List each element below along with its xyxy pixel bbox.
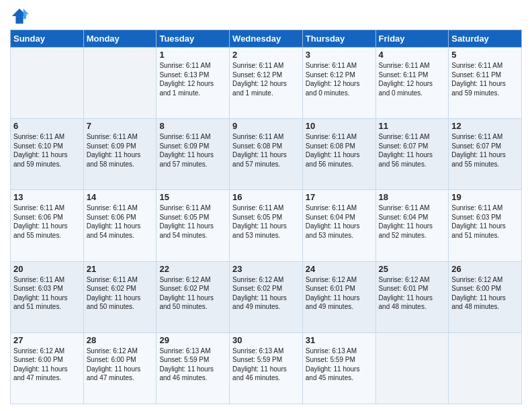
day-number: 6 <box>13 121 81 131</box>
cell-sunrise-info: Sunrise: 6:11 AM Sunset: 6:09 PM Dayligh… <box>159 132 226 169</box>
weekday-monday: Monday <box>83 30 157 48</box>
day-number: 22 <box>159 264 226 274</box>
header <box>10 7 522 26</box>
day-number: 19 <box>451 192 519 202</box>
day-number: 24 <box>306 264 373 274</box>
cell-sunrise-info: Sunrise: 6:11 AM Sunset: 6:10 PM Dayligh… <box>13 132 81 169</box>
cell-sunrise-info: Sunrise: 6:11 AM Sunset: 6:08 PM Dayligh… <box>232 132 300 169</box>
calendar-cell: 19Sunrise: 6:11 AM Sunset: 6:03 PM Dayli… <box>449 190 522 261</box>
cell-sunrise-info: Sunrise: 6:11 AM Sunset: 6:06 PM Dayligh… <box>87 203 154 240</box>
cell-sunrise-info: Sunrise: 6:11 AM Sunset: 6:02 PM Dayligh… <box>87 275 154 312</box>
weekday-sunday: Sunday <box>11 30 84 48</box>
cell-sunrise-info: Sunrise: 6:13 AM Sunset: 5:59 PM Dayligh… <box>232 347 300 383</box>
cell-sunrise-info: Sunrise: 6:11 AM Sunset: 6:03 PM Dayligh… <box>13 275 81 312</box>
day-number: 11 <box>379 121 446 131</box>
calendar-cell: 6Sunrise: 6:11 AM Sunset: 6:10 PM Daylig… <box>11 119 84 190</box>
week-row-0: 1Sunrise: 6:11 AM Sunset: 6:13 PM Daylig… <box>11 48 522 119</box>
calendar-cell: 1Sunrise: 6:11 AM Sunset: 6:13 PM Daylig… <box>157 48 230 119</box>
day-number: 31 <box>306 335 373 345</box>
day-number: 16 <box>232 192 300 202</box>
day-number: 20 <box>13 264 81 274</box>
cell-sunrise-info: Sunrise: 6:12 AM Sunset: 6:02 PM Dayligh… <box>232 275 300 312</box>
day-number: 8 <box>159 121 226 131</box>
calendar-cell: 15Sunrise: 6:11 AM Sunset: 6:05 PM Dayli… <box>157 190 230 261</box>
day-number: 13 <box>13 192 81 202</box>
cell-sunrise-info: Sunrise: 6:11 AM Sunset: 6:08 PM Dayligh… <box>306 132 373 169</box>
cell-sunrise-info: Sunrise: 6:11 AM Sunset: 6:13 PM Dayligh… <box>159 61 226 97</box>
cell-sunrise-info: Sunrise: 6:13 AM Sunset: 5:59 PM Dayligh… <box>306 347 373 383</box>
day-number: 15 <box>159 192 226 202</box>
weekday-header-row: SundayMondayTuesdayWednesdayThursdayFrid… <box>11 30 522 48</box>
calendar-cell: 12Sunrise: 6:11 AM Sunset: 6:07 PM Dayli… <box>449 119 522 190</box>
calendar-cell: 11Sunrise: 6:11 AM Sunset: 6:07 PM Dayli… <box>375 119 449 190</box>
cell-sunrise-info: Sunrise: 6:12 AM Sunset: 6:02 PM Dayligh… <box>159 275 226 312</box>
day-number: 30 <box>232 335 300 345</box>
logo <box>10 7 32 26</box>
day-number: 7 <box>87 121 154 131</box>
calendar-cell: 8Sunrise: 6:11 AM Sunset: 6:09 PM Daylig… <box>157 119 230 190</box>
day-number: 18 <box>379 192 446 202</box>
cell-sunrise-info: Sunrise: 6:13 AM Sunset: 5:59 PM Dayligh… <box>159 347 226 383</box>
cell-sunrise-info: Sunrise: 6:11 AM Sunset: 6:04 PM Dayligh… <box>379 203 446 240</box>
weekday-wednesday: Wednesday <box>230 30 303 48</box>
calendar-cell: 5Sunrise: 6:11 AM Sunset: 6:11 PM Daylig… <box>449 48 522 119</box>
cell-sunrise-info: Sunrise: 6:12 AM Sunset: 6:01 PM Dayligh… <box>379 275 446 312</box>
day-number: 28 <box>87 335 154 345</box>
cell-sunrise-info: Sunrise: 6:11 AM Sunset: 6:05 PM Dayligh… <box>159 203 226 240</box>
week-row-1: 6Sunrise: 6:11 AM Sunset: 6:10 PM Daylig… <box>11 119 522 190</box>
cell-sunrise-info: Sunrise: 6:11 AM Sunset: 6:11 PM Dayligh… <box>379 61 446 97</box>
day-number: 4 <box>379 50 446 60</box>
calendar-cell: 4Sunrise: 6:11 AM Sunset: 6:11 PM Daylig… <box>375 48 449 119</box>
cell-sunrise-info: Sunrise: 6:11 AM Sunset: 6:09 PM Dayligh… <box>87 132 154 169</box>
calendar-cell: 10Sunrise: 6:11 AM Sunset: 6:08 PM Dayli… <box>302 119 375 190</box>
day-number: 26 <box>451 264 519 274</box>
calendar-cell: 2Sunrise: 6:11 AM Sunset: 6:12 PM Daylig… <box>230 48 303 119</box>
calendar-cell: 30Sunrise: 6:13 AM Sunset: 5:59 PM Dayli… <box>230 332 303 404</box>
calendar-cell <box>375 332 449 404</box>
day-number: 25 <box>379 264 446 274</box>
calendar-cell: 18Sunrise: 6:11 AM Sunset: 6:04 PM Dayli… <box>375 190 449 261</box>
calendar-cell <box>11 48 84 119</box>
calendar-cell: 3Sunrise: 6:11 AM Sunset: 6:12 PM Daylig… <box>302 48 375 119</box>
calendar-cell: 26Sunrise: 6:12 AM Sunset: 6:00 PM Dayli… <box>449 261 522 332</box>
day-number: 9 <box>232 121 300 131</box>
cell-sunrise-info: Sunrise: 6:11 AM Sunset: 6:11 PM Dayligh… <box>451 61 519 97</box>
day-number: 23 <box>232 264 300 274</box>
cell-sunrise-info: Sunrise: 6:12 AM Sunset: 6:00 PM Dayligh… <box>13 347 81 383</box>
calendar-cell: 25Sunrise: 6:12 AM Sunset: 6:01 PM Dayli… <box>375 261 449 332</box>
day-number: 17 <box>306 192 373 202</box>
calendar-cell: 21Sunrise: 6:11 AM Sunset: 6:02 PM Dayli… <box>83 261 157 332</box>
cell-sunrise-info: Sunrise: 6:11 AM Sunset: 6:12 PM Dayligh… <box>232 61 300 97</box>
calendar-cell: 23Sunrise: 6:12 AM Sunset: 6:02 PM Dayli… <box>230 261 303 332</box>
calendar-cell: 16Sunrise: 6:11 AM Sunset: 6:05 PM Dayli… <box>230 190 303 261</box>
weekday-saturday: Saturday <box>449 30 522 48</box>
weekday-friday: Friday <box>375 30 449 48</box>
day-number: 5 <box>451 50 519 60</box>
day-number: 1 <box>159 50 226 60</box>
day-number: 29 <box>159 335 226 345</box>
cell-sunrise-info: Sunrise: 6:11 AM Sunset: 6:12 PM Dayligh… <box>306 61 373 97</box>
calendar-cell: 29Sunrise: 6:13 AM Sunset: 5:59 PM Dayli… <box>157 332 230 404</box>
day-number: 10 <box>306 121 373 131</box>
calendar-cell <box>449 332 522 404</box>
day-number: 12 <box>451 121 519 131</box>
cell-sunrise-info: Sunrise: 6:12 AM Sunset: 6:01 PM Dayligh… <box>306 275 373 312</box>
day-number: 27 <box>13 335 81 345</box>
cell-sunrise-info: Sunrise: 6:11 AM Sunset: 6:07 PM Dayligh… <box>451 132 519 169</box>
day-number: 21 <box>87 264 154 274</box>
calendar-cell: 22Sunrise: 6:12 AM Sunset: 6:02 PM Dayli… <box>157 261 230 332</box>
cell-sunrise-info: Sunrise: 6:11 AM Sunset: 6:04 PM Dayligh… <box>306 203 373 240</box>
day-number: 2 <box>232 50 300 60</box>
cell-sunrise-info: Sunrise: 6:12 AM Sunset: 6:00 PM Dayligh… <box>87 347 154 383</box>
cell-sunrise-info: Sunrise: 6:12 AM Sunset: 6:00 PM Dayligh… <box>451 275 519 312</box>
calendar-cell: 14Sunrise: 6:11 AM Sunset: 6:06 PM Dayli… <box>83 190 157 261</box>
logo-icon <box>10 7 29 26</box>
calendar-cell: 13Sunrise: 6:11 AM Sunset: 6:06 PM Dayli… <box>11 190 84 261</box>
calendar-cell: 20Sunrise: 6:11 AM Sunset: 6:03 PM Dayli… <box>11 261 84 332</box>
calendar-cell: 9Sunrise: 6:11 AM Sunset: 6:08 PM Daylig… <box>230 119 303 190</box>
calendar-cell: 7Sunrise: 6:11 AM Sunset: 6:09 PM Daylig… <box>83 119 157 190</box>
calendar-cell: 17Sunrise: 6:11 AM Sunset: 6:04 PM Dayli… <box>302 190 375 261</box>
calendar-cell: 28Sunrise: 6:12 AM Sunset: 6:00 PM Dayli… <box>83 332 157 404</box>
calendar-cell <box>83 48 157 119</box>
week-row-3: 20Sunrise: 6:11 AM Sunset: 6:03 PM Dayli… <box>11 261 522 332</box>
